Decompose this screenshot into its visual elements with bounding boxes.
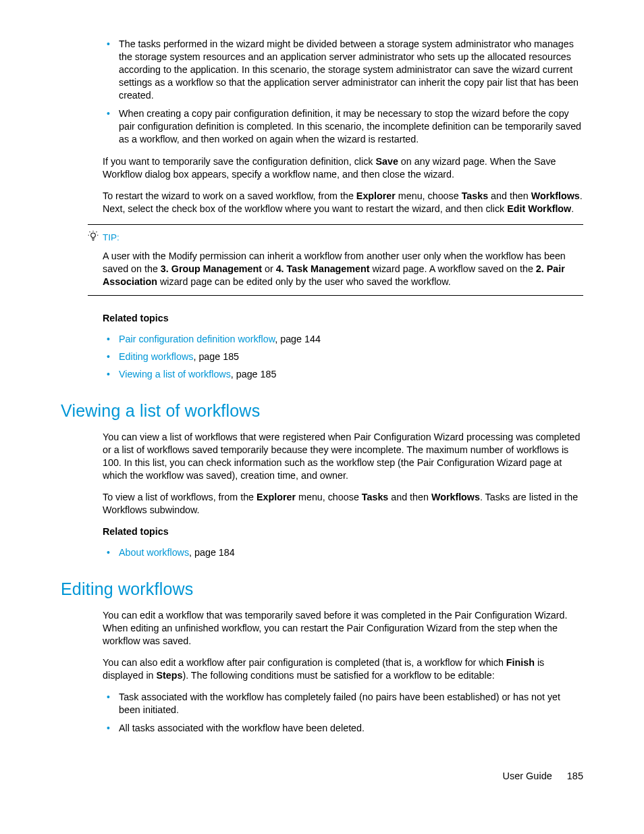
section-editing-body: You can edit a workflow that was tempora…	[103, 609, 583, 735]
heading-viewing-workflows: Viewing a list of workflows	[61, 400, 583, 422]
lightbulb-icon	[88, 230, 99, 244]
text: To restart the wizard to work on a saved…	[103, 190, 356, 201]
tip-body: A user with the Modify permission can in…	[103, 250, 583, 288]
text: menu, choose	[296, 492, 362, 502]
text: menu, choose	[396, 190, 462, 201]
text: .	[571, 203, 574, 214]
bold-finish: Finish	[506, 657, 535, 668]
list-item: About workflows, page 184	[119, 546, 583, 559]
tip-header: TIP:	[88, 230, 583, 244]
list-item: When creating a copy pair configuration …	[119, 107, 583, 146]
link-about-workflows[interactable]: About workflows	[119, 547, 189, 558]
related-topics-heading: Related topics	[103, 312, 583, 325]
related-topics-list: About workflows, page 184	[103, 546, 583, 559]
text: To view a list of workflows, from the	[103, 492, 257, 502]
tip-label: TIP:	[103, 232, 119, 244]
bold-workflows: Workflows	[531, 190, 580, 201]
text: wizard page can be edited only by the us…	[157, 276, 451, 287]
bold-tasks: Tasks	[362, 492, 388, 502]
paragraph: You can edit a workflow that was tempora…	[103, 609, 583, 648]
heading-editing-workflows: Editing workflows	[61, 578, 583, 600]
editing-bullet-list: Task associated with the workflow has co…	[103, 691, 583, 735]
text: , page 185	[231, 369, 277, 380]
text: , page 144	[275, 334, 321, 344]
related-topics-heading: Related topics	[103, 525, 583, 538]
svg-line-4	[90, 232, 90, 232]
list-item: Pair configuration definition workflow, …	[119, 333, 583, 346]
link-pair-config[interactable]: Pair configuration definition workflow	[119, 334, 275, 344]
svg-line-5	[97, 232, 97, 232]
text: If you want to temporarily save the conf…	[103, 156, 376, 167]
svg-point-0	[91, 233, 96, 238]
paragraph: You can also edit a workflow after pair …	[103, 656, 583, 682]
paragraph: To view a list of workflows, from the Ex…	[103, 491, 583, 517]
link-editing-workflows[interactable]: Editing workflows	[119, 351, 193, 362]
bold-workflows: Workflows	[431, 492, 480, 502]
text: , page 185	[193, 351, 239, 362]
paragraph-save: If you want to temporarily save the conf…	[103, 155, 583, 181]
page-footer: User Guide185	[502, 770, 583, 783]
list-item: Task associated with the workflow has co…	[119, 691, 583, 716]
bold-step3: 3. Group Management	[161, 263, 262, 274]
paragraph-restart: To restart the wizard to work on a saved…	[103, 190, 583, 215]
bold-step4: 4. Task Management	[276, 263, 370, 274]
body-content: The tasks performed in the wizard might …	[103, 38, 583, 381]
list-item: Viewing a list of workflows, page 185	[119, 368, 583, 381]
page: The tasks performed in the wizard might …	[0, 0, 644, 834]
intro-bullet-list: The tasks performed in the wizard might …	[103, 38, 583, 146]
page-number: 185	[567, 771, 583, 781]
paragraph: You can view a list of workflows that we…	[103, 431, 583, 482]
bold-explorer: Explorer	[356, 190, 396, 201]
bold-save: Save	[376, 156, 398, 167]
text: , page 184	[189, 547, 235, 558]
section-viewing-body: You can view a list of workflows that we…	[103, 431, 583, 559]
bold-edit-workflow: Edit Workflow	[507, 203, 571, 214]
text: and then	[488, 190, 531, 201]
text: You can also edit a workflow after pair …	[103, 657, 506, 668]
bold-explorer: Explorer	[257, 492, 296, 502]
bold-tasks: Tasks	[462, 190, 488, 201]
text: and then	[388, 492, 431, 502]
link-viewing-workflows[interactable]: Viewing a list of workflows	[119, 369, 231, 380]
list-item: All tasks associated with the workflow h…	[119, 722, 583, 735]
text: ). The following conditions must be sati…	[182, 670, 494, 681]
list-item: The tasks performed in the wizard might …	[119, 38, 583, 102]
text: or	[262, 263, 276, 274]
text: wizard page. A workflow saved on the	[369, 263, 535, 274]
list-item: Editing workflows, page 185	[119, 350, 583, 363]
tip-block: TIP: A user with the Modify permission c…	[88, 225, 583, 295]
related-topics-list: Pair configuration definition workflow, …	[103, 333, 583, 381]
footer-label: User Guide	[502, 771, 552, 781]
bold-steps: Steps	[156, 670, 182, 681]
divider	[88, 295, 583, 296]
